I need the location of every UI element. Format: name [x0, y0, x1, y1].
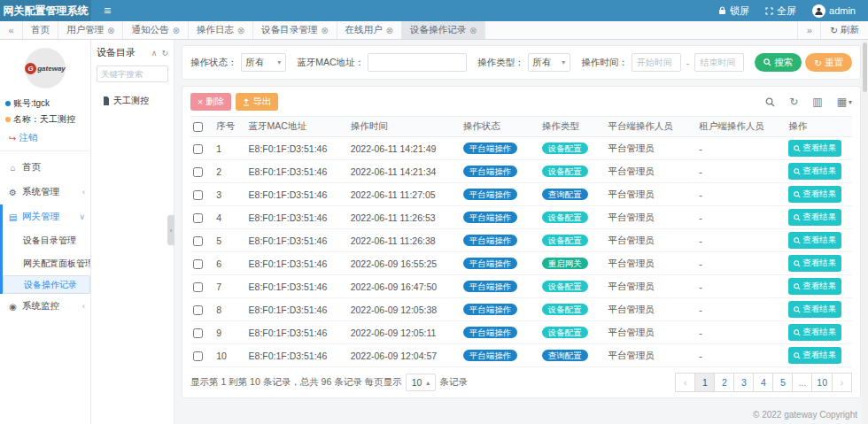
- table-search-icon[interactable]: [765, 97, 775, 107]
- sidebar-item-网关配置面板管理[interactable]: 网关配置面板管理‹: [3, 252, 90, 275]
- col-tenant-operator: 租户端操作人员: [696, 117, 786, 137]
- row-index: 3: [213, 183, 245, 206]
- row-tenant-operator: -: [696, 137, 786, 160]
- tab-close-icon[interactable]: ⊗: [469, 26, 477, 35]
- page-button-10[interactable]: 10: [811, 373, 833, 392]
- col-action: 操作: [786, 117, 852, 137]
- sidebar-item-系统管理[interactable]: ⚙系统管理‹: [0, 180, 90, 204]
- row-checkbox[interactable]: [193, 259, 203, 269]
- row-index: 10: [213, 344, 245, 367]
- tab-设备目录管理[interactable]: 设备目录管理⊗: [253, 21, 337, 39]
- row-checkbox[interactable]: [193, 167, 203, 177]
- tab-close-icon[interactable]: ⊗: [237, 26, 244, 35]
- row-checkbox[interactable]: [193, 190, 203, 200]
- collapse-up-icon[interactable]: ∧: [151, 49, 158, 58]
- page-prev-button[interactable]: ‹: [675, 373, 695, 392]
- page-button-2[interactable]: 2: [714, 373, 734, 392]
- tabs-scroll-left-icon[interactable]: «: [0, 21, 23, 39]
- row-checkbox[interactable]: [193, 305, 203, 315]
- fullscreen-button[interactable]: 全屏: [765, 4, 796, 18]
- device-panel-title: 设备目录: [97, 46, 136, 59]
- page-scrollbar[interactable]: [862, 41, 868, 424]
- row-time: 2022-06-11 11:27:05: [348, 183, 461, 206]
- tree-item-device[interactable]: 天工测控: [97, 95, 168, 107]
- fullscreen-icon: [765, 7, 773, 15]
- page-button-5[interactable]: 5: [772, 373, 793, 392]
- logout-icon: ↪: [9, 134, 16, 143]
- tab-通知公告[interactable]: 通知公告⊗: [123, 21, 188, 39]
- status-filter-select[interactable]: 所有 ▾: [241, 53, 287, 72]
- page-next-button[interactable]: ›: [832, 373, 852, 392]
- account-dot: [5, 101, 11, 106]
- view-result-button[interactable]: 查看结果: [788, 278, 841, 295]
- export-button[interactable]: 导出: [236, 93, 278, 111]
- copyright: © 2022 gateway Copyright: [753, 410, 857, 420]
- type-filter-select[interactable]: 所有 ▾: [528, 53, 571, 72]
- tab-设备操作记录[interactable]: 设备操作记录⊗: [402, 21, 485, 39]
- tabs-scroll-right-icon[interactable]: »: [797, 21, 820, 39]
- page-size-select[interactable]: 10 ▴: [406, 374, 437, 391]
- mac-address-input[interactable]: [368, 53, 467, 72]
- tab-close-icon[interactable]: ⊗: [172, 26, 179, 35]
- sidebar-item-设备操作记录[interactable]: 设备操作记录: [3, 275, 90, 294]
- filter-bar: 操作状态： 所有 ▾ 蓝牙MAC地址： 操作类型： 所有 ▾ 操作时间： - 搜…: [182, 45, 861, 80]
- sidebar-item-设备目录管理[interactable]: 设备目录管理: [3, 229, 90, 252]
- tab-close-icon[interactable]: ⊗: [107, 26, 114, 35]
- user-menu[interactable]: admin: [812, 4, 856, 18]
- tab-close-icon[interactable]: ⊗: [321, 26, 328, 35]
- view-result-button[interactable]: 查看结果: [788, 324, 841, 341]
- row-checkbox[interactable]: [193, 213, 203, 223]
- table-view-icon[interactable]: ▥: [812, 96, 822, 108]
- tab-操作日志[interactable]: 操作日志⊗: [189, 21, 253, 39]
- chevron-left-icon: ‹: [82, 188, 85, 197]
- row-checkbox[interactable]: [193, 282, 203, 292]
- view-result-button[interactable]: 查看结果: [788, 301, 841, 318]
- page-button-4[interactable]: 4: [753, 373, 773, 392]
- lock-screen-button[interactable]: 锁屏: [718, 4, 749, 18]
- keyword-search-input[interactable]: [97, 66, 168, 82]
- type-badge: 重启网关: [542, 258, 588, 270]
- end-time-input[interactable]: [694, 53, 744, 72]
- view-result-button[interactable]: 查看结果: [788, 186, 841, 203]
- tab-在线用户[interactable]: 在线用户⊗: [337, 21, 402, 39]
- mac-filter-label: 蓝牙MAC地址：: [297, 57, 364, 69]
- panel-collapse-handle[interactable]: ‹: [167, 215, 174, 245]
- view-result-button[interactable]: 查看结果: [788, 347, 841, 364]
- sidebar-toggle-icon[interactable]: ≡: [91, 0, 123, 21]
- device-directory-panel: 设备目录 ∧ ↻ 天工测控 ‹: [91, 40, 174, 424]
- logout-button[interactable]: ↪ 注销: [0, 127, 90, 151]
- sidebar-item-首页[interactable]: ⌂首页: [0, 155, 90, 180]
- search-button[interactable]: 搜索: [755, 53, 802, 72]
- row-time: 2022-06-11 14:21:49: [348, 137, 461, 160]
- row-platform-operator: 平台管理员: [605, 206, 696, 229]
- tab-refresh-button[interactable]: ↻ 刷新: [820, 21, 868, 39]
- table-row: 7E8:F0:1F:D3:51:462022-06-09 16:47:50平台端…: [190, 275, 852, 298]
- row-checkbox[interactable]: [193, 236, 203, 246]
- view-result-button[interactable]: 查看结果: [788, 232, 841, 249]
- tab-用户管理[interactable]: 用户管理⊗: [58, 21, 123, 39]
- sidebar: G gateway 账号:tgck 名称：天工测控 ↪ 注销 ⌂首页⚙系统管理‹…: [0, 40, 91, 424]
- view-result-button[interactable]: 查看结果: [788, 163, 841, 180]
- tab-首页[interactable]: 首页: [23, 21, 58, 39]
- reset-button[interactable]: ↻ 重置: [805, 53, 852, 72]
- tab-close-icon[interactable]: ⊗: [386, 26, 393, 35]
- pagination-info-suffix: 条记录: [439, 376, 468, 389]
- view-result-button[interactable]: 查看结果: [788, 209, 841, 226]
- page-ellipsis[interactable]: ...: [792, 373, 812, 392]
- select-all-checkbox[interactable]: [193, 122, 203, 132]
- sidebar-item-网关管理[interactable]: ▤网关管理∨: [3, 204, 90, 229]
- page-button-3[interactable]: 3: [733, 373, 754, 392]
- start-time-input[interactable]: [632, 53, 681, 72]
- page-button-1[interactable]: 1: [694, 373, 715, 392]
- table-refresh-icon[interactable]: ↻: [789, 96, 798, 108]
- panel-refresh-icon[interactable]: ↻: [161, 49, 168, 58]
- columns-toggle-icon[interactable]: ▦▾: [837, 96, 852, 108]
- row-checkbox[interactable]: [193, 351, 203, 361]
- view-result-button[interactable]: 查看结果: [788, 255, 841, 272]
- row-checkbox[interactable]: [193, 328, 203, 338]
- row-checkbox[interactable]: [193, 144, 203, 154]
- row-platform-operator: 平台管理员: [605, 321, 696, 344]
- view-result-button[interactable]: 查看结果: [788, 140, 841, 157]
- sidebar-item-系统监控[interactable]: ◉系统监控‹: [0, 294, 90, 319]
- delete-button[interactable]: × 删除: [190, 93, 231, 111]
